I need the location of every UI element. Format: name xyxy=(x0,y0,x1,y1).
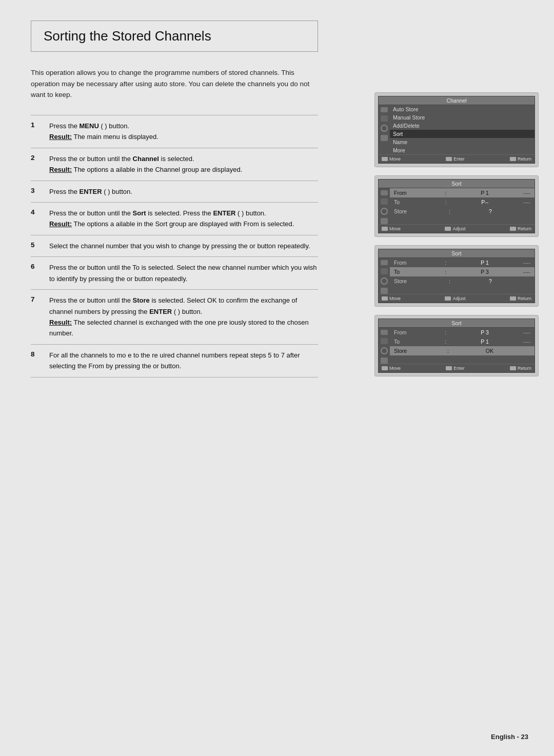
panel-footer: MoveAdjustReturn xyxy=(379,224,535,233)
step-number: 1 xyxy=(31,121,43,143)
box-icon xyxy=(381,330,388,335)
panel-data-row: From:P 3---- xyxy=(390,328,535,337)
row-label: From xyxy=(394,329,412,335)
step-content: Select the channel number that you wish … xyxy=(49,241,318,251)
arrow-icon xyxy=(382,157,388,161)
panel-footer: MoveEnterReturn xyxy=(379,364,535,372)
panel-data-row: Store:? xyxy=(390,276,535,286)
row-value: ? xyxy=(489,208,492,214)
panel-menu-item[interactable]: Sort xyxy=(390,130,535,138)
panel-menu-item[interactable]: Add/Delete xyxy=(390,122,535,130)
antenna xyxy=(381,218,388,224)
step-content: Press the or button until the Sort is se… xyxy=(49,208,318,230)
footer-item-move: Move xyxy=(382,156,401,162)
panel-data-row: To:P 3---- xyxy=(390,267,535,276)
panel-menu-item[interactable]: Manual Store xyxy=(390,113,535,122)
adjust-icon xyxy=(445,296,451,301)
footer-item-enter: Enter xyxy=(446,156,465,162)
footer-label: Adjust xyxy=(452,226,465,231)
step-content: Press the ENTER ( ) button. xyxy=(49,186,318,197)
footer-label: Move xyxy=(389,226,401,231)
return-icon xyxy=(510,227,516,231)
row-value: P 3 xyxy=(481,329,489,335)
panel-menu-area: From:P 1----To:P------Store:? xyxy=(390,188,535,224)
mute-icon xyxy=(381,208,388,215)
speaker xyxy=(381,268,388,274)
box-icon xyxy=(381,190,388,195)
panel-header: Sort xyxy=(379,319,535,328)
panel-menu-item[interactable]: Name xyxy=(390,138,535,146)
footer-label: Enter xyxy=(453,156,465,162)
tv-panel-1: ChannelAuto StoreManual StoreAdd/DeleteS… xyxy=(374,92,539,167)
antenna xyxy=(381,357,388,364)
title-box: Sorting the Stored Channels xyxy=(31,21,318,52)
antenna xyxy=(381,135,388,141)
step-content: Press the or button until the Channel is… xyxy=(49,153,318,175)
panel-data-row: Store:OK xyxy=(390,346,535,355)
panel-menu-item[interactable]: Auto Store xyxy=(390,105,535,113)
footer-label: Return xyxy=(518,156,531,162)
footer-item-return: Return xyxy=(510,156,531,162)
row-value: P 1 xyxy=(481,190,489,196)
antenna xyxy=(381,288,388,294)
footer-label: Move xyxy=(389,296,401,301)
panel-menu-area: Auto StoreManual StoreAdd/DeleteSortName… xyxy=(390,105,535,154)
page: Sorting the Stored Channels This operati… xyxy=(0,0,554,756)
row-value: OK xyxy=(486,348,493,354)
footer-item-enter: Enter xyxy=(446,366,465,371)
step-7: 7Press the or button until the Store is … xyxy=(31,289,318,344)
box-icon xyxy=(381,260,388,265)
panel-data-row: To:P------ xyxy=(390,197,535,207)
footer-label: Return xyxy=(518,226,531,231)
return-icon xyxy=(510,296,516,301)
panel-menu-item[interactable]: More xyxy=(390,146,535,154)
step-number: 6 xyxy=(31,262,43,284)
footer-item-adjust: Adjust xyxy=(445,226,465,231)
panel-menu-area: From:P 3----To:P 1----Store:OK xyxy=(390,328,535,364)
panel-menu-area: From:P 1----To:P 3----Store:? xyxy=(390,258,535,294)
mute-icon xyxy=(381,277,388,285)
panel-data-row: From:P 1---- xyxy=(390,258,535,267)
row-value: P 1 xyxy=(481,339,489,345)
speaker xyxy=(381,115,388,122)
footer-label: Move xyxy=(389,156,401,162)
panel-header: Sort xyxy=(379,249,535,258)
footer-label: Adjust xyxy=(452,296,465,301)
row-value: P-- xyxy=(481,199,488,205)
footer-label: Enter xyxy=(453,366,465,371)
return-icon xyxy=(510,157,516,161)
return-icon xyxy=(510,366,516,370)
step-8: 8For all the channels to mo e to the re … xyxy=(31,344,318,377)
adjust-icon xyxy=(445,227,451,231)
enter-icon xyxy=(446,366,452,370)
footer-label: Return xyxy=(518,296,531,301)
enter-icon xyxy=(446,157,452,161)
row-value: P 1 xyxy=(481,260,489,266)
footer-item-adjust: Adjust xyxy=(445,296,465,301)
row-value: ? xyxy=(489,278,492,284)
row-label: To xyxy=(394,269,412,275)
panel-footer: MoveEnterReturn xyxy=(379,154,535,163)
step-number: 3 xyxy=(31,186,43,197)
footer-item-return: Return xyxy=(510,296,531,301)
footer-label: Move xyxy=(389,366,401,371)
intro-text: This operation allows you to change the … xyxy=(31,67,318,101)
step-2: 2Press the or button until the Channel i… xyxy=(31,148,318,181)
page-title: Sorting the Stored Channels xyxy=(44,28,305,44)
speaker xyxy=(381,198,388,205)
row-label: To xyxy=(394,339,412,345)
row-value: P 3 xyxy=(481,269,489,275)
row-label: To xyxy=(394,199,412,205)
mute-icon xyxy=(381,125,388,132)
tv-panel-3: SortFrom:P 1----To:P 3----Store:?MoveAdj… xyxy=(374,245,539,307)
step-4: 4Press the or button until the Sort is s… xyxy=(31,202,318,235)
arrow-icon xyxy=(382,366,388,370)
arrow-icon xyxy=(382,227,388,231)
step-1: 1Press the MENU ( ) button.Result: The m… xyxy=(31,115,318,148)
panel-data-row: From:P 1---- xyxy=(390,188,535,197)
tv-panel-4: SortFrom:P 3----To:P 1----Store:OKMoveEn… xyxy=(374,315,539,376)
mute-icon xyxy=(381,347,388,354)
row-label: From xyxy=(394,260,412,266)
panels-column: ChannelAuto StoreManual StoreAdd/DeleteS… xyxy=(374,92,539,376)
box-icon xyxy=(381,107,388,112)
